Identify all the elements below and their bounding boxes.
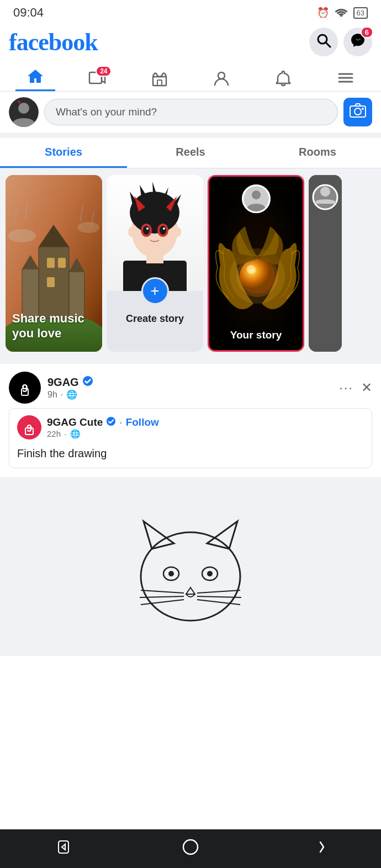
battery-icon: 63 bbox=[353, 7, 368, 19]
svg-point-12 bbox=[18, 103, 29, 114]
search-button[interactable] bbox=[309, 28, 338, 56]
story-create[interactable]: + Create story bbox=[107, 175, 203, 352]
more-options-button[interactable]: ··· bbox=[339, 380, 353, 395]
svg-point-56 bbox=[240, 258, 275, 294]
svg-point-70 bbox=[107, 416, 115, 425]
header: facebook 6 bbox=[0, 23, 381, 62]
follow-button[interactable]: Follow bbox=[126, 416, 159, 428]
menu-icon bbox=[337, 69, 354, 87]
cat-drawing bbox=[108, 477, 273, 656]
svg-point-48 bbox=[160, 226, 166, 235]
status-bar: 09:04 ⏰ 63 bbox=[0, 0, 381, 23]
svg-point-47 bbox=[143, 226, 150, 235]
bottom-spacer bbox=[0, 661, 381, 706]
home-icon bbox=[27, 67, 44, 85]
svg-rect-22 bbox=[47, 277, 55, 287]
nav-item-menu[interactable] bbox=[326, 63, 366, 91]
facebook-logo: facebook bbox=[9, 28, 98, 56]
tab-reels[interactable]: Reels bbox=[127, 138, 254, 168]
svg-point-14 bbox=[354, 108, 361, 115]
svg-point-0 bbox=[340, 15, 342, 17]
post-bar: What's on your mind? bbox=[0, 92, 381, 133]
stories-section: Stories Reels Rooms bbox=[0, 133, 381, 358]
photo-icon bbox=[350, 103, 366, 121]
story-music[interactable]: Share music you love bbox=[6, 175, 102, 352]
svg-rect-6 bbox=[157, 80, 162, 86]
post-author-details: 9GAG 9h · 🌐 bbox=[47, 375, 93, 400]
post-input[interactable]: What's on your mind? bbox=[44, 99, 338, 125]
svg-line-79 bbox=[141, 590, 184, 593]
status-icons: ⏰ 63 bbox=[317, 7, 368, 19]
nav-item-home[interactable] bbox=[15, 62, 55, 91]
story-music-label: Share music you love bbox=[12, 311, 102, 341]
messenger-button[interactable]: 6 bbox=[343, 28, 372, 56]
nav-item-profile[interactable] bbox=[202, 63, 241, 91]
create-story-plus-icon[interactable]: + bbox=[141, 277, 169, 305]
post-image bbox=[0, 477, 381, 656]
shared-globe-icon: 🌐 bbox=[70, 429, 81, 438]
stories-list: Share music you love bbox=[0, 168, 381, 358]
tab-rooms[interactable]: Rooms bbox=[254, 138, 381, 168]
svg-point-50 bbox=[163, 227, 165, 230]
svg-rect-5 bbox=[153, 77, 166, 86]
svg-rect-21 bbox=[58, 258, 66, 268]
nav-item-notifications[interactable] bbox=[263, 63, 303, 91]
svg-point-77 bbox=[207, 571, 213, 576]
svg-point-51 bbox=[128, 227, 135, 237]
nav-item-marketplace[interactable] bbox=[140, 63, 179, 91]
shared-post-header: 9 9GAG Cute · Follow bbox=[9, 409, 372, 443]
svg-line-2 bbox=[326, 43, 330, 47]
svg-point-59 bbox=[252, 190, 261, 199]
close-post-button[interactable]: ✕ bbox=[361, 380, 372, 395]
photo-button[interactable] bbox=[343, 98, 372, 126]
post-meta: 9h · 🌐 bbox=[47, 389, 93, 400]
story-create-bottom: + Create story bbox=[107, 291, 203, 330]
tab-stories[interactable]: Stories bbox=[0, 138, 127, 168]
story-partial[interactable] bbox=[309, 175, 342, 352]
messenger-badge: 6 bbox=[361, 27, 373, 38]
shared-author-name: 9GAG Cute · Follow bbox=[47, 416, 364, 429]
post-header: 9 9GAG 9h · 🌐 bbox=[0, 364, 381, 408]
story-yours-avatar bbox=[242, 184, 271, 213]
svg-point-28 bbox=[77, 222, 99, 233]
post-avatar: 9 bbox=[9, 372, 41, 404]
story-yours-bg: Your story bbox=[209, 177, 303, 350]
android-recents-button[interactable] bbox=[308, 838, 327, 860]
svg-point-85 bbox=[183, 840, 198, 854]
post-actions: ··· ✕ bbox=[339, 380, 372, 395]
android-home-button[interactable] bbox=[181, 838, 200, 860]
svg-point-52 bbox=[174, 227, 181, 237]
stories-tabs: Stories Reels Rooms bbox=[0, 138, 381, 168]
story-yours[interactable]: Your story bbox=[208, 175, 304, 352]
svg-line-82 bbox=[197, 590, 240, 593]
globe-icon: 🌐 bbox=[66, 389, 77, 400]
feed-divider bbox=[0, 358, 381, 364]
post-card-9gag: 9 9GAG 9h · 🌐 bbox=[0, 364, 381, 656]
svg-point-7 bbox=[218, 72, 225, 79]
shared-verified-icon bbox=[106, 416, 116, 429]
story-create-preview bbox=[107, 175, 203, 291]
svg-point-62 bbox=[320, 187, 330, 197]
shared-post-meta: 22h · 🌐 bbox=[47, 429, 364, 439]
svg-point-57 bbox=[247, 265, 256, 274]
svg-point-27 bbox=[8, 229, 36, 242]
marketplace-icon bbox=[151, 69, 168, 87]
post-author-name: 9GAG bbox=[47, 375, 93, 389]
story-create-label: Create story bbox=[112, 313, 198, 325]
svg-point-71 bbox=[141, 532, 240, 621]
post-author-info: 9 9GAG 9h · 🌐 bbox=[9, 372, 93, 404]
shared-post-avatar: 9 bbox=[17, 415, 41, 440]
video-badge: 24 bbox=[96, 66, 112, 77]
notifications-icon bbox=[274, 69, 292, 87]
status-time: 09:04 bbox=[13, 6, 44, 20]
nav-bar: 24 bbox=[0, 62, 381, 92]
verified-icon bbox=[82, 375, 93, 389]
user-avatar bbox=[9, 97, 39, 127]
svg-line-84 bbox=[197, 600, 240, 605]
story-yours-label: Your story bbox=[209, 329, 303, 341]
wifi-icon bbox=[335, 7, 348, 19]
svg-point-49 bbox=[146, 227, 149, 230]
shared-post-text: Finish the drawing bbox=[9, 443, 372, 468]
android-back-button[interactable] bbox=[54, 838, 73, 860]
nav-item-video[interactable]: 24 bbox=[77, 63, 117, 91]
